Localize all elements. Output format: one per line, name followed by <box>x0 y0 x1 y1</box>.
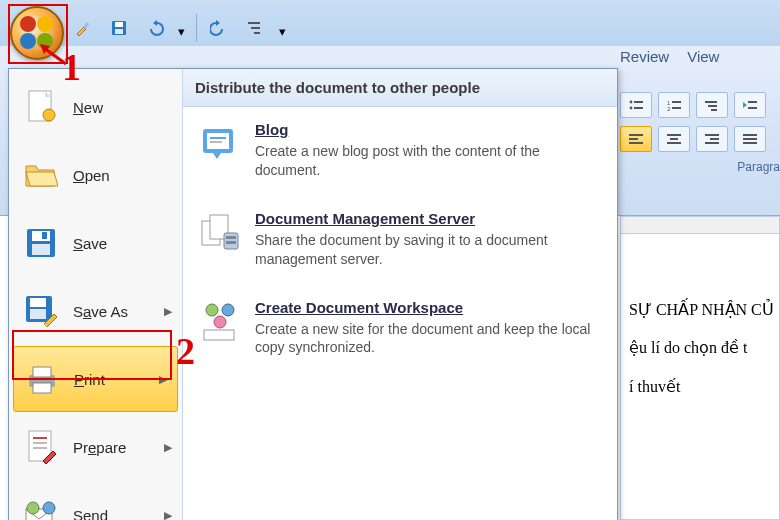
svg-rect-15 <box>629 138 638 140</box>
svg-rect-19 <box>667 142 681 144</box>
svg-rect-66 <box>226 236 236 239</box>
svg-rect-52 <box>33 437 47 439</box>
svg-rect-9 <box>708 105 717 107</box>
qat-save-button[interactable] <box>106 15 132 41</box>
submenu-item-title: Blog <box>255 121 603 138</box>
align-right-button[interactable] <box>696 126 728 152</box>
justify-button[interactable] <box>734 126 766 152</box>
svg-rect-21 <box>710 138 719 140</box>
submenu-item-title: Document Management Server <box>255 210 603 227</box>
svg-rect-54 <box>33 447 47 449</box>
svg-point-38 <box>43 109 55 121</box>
annotation-number-2: 2 <box>176 332 195 370</box>
menu-item-open[interactable]: Open <box>9 141 182 209</box>
svg-rect-5 <box>672 101 681 103</box>
svg-rect-1 <box>634 101 643 103</box>
svg-marker-62 <box>213 153 221 159</box>
svg-rect-53 <box>33 442 47 444</box>
svg-rect-12 <box>748 101 757 103</box>
qat-redo-button[interactable] <box>207 15 233 41</box>
bullets-button[interactable] <box>620 92 652 118</box>
document-line: ệu lí do chọn đề t <box>629 329 771 367</box>
document-line: í thuvết <box>629 368 771 406</box>
submenu-item-blog[interactable]: Blog Create a new blog post with the con… <box>183 107 617 196</box>
annotation-number-1: 1 <box>62 48 81 86</box>
submenu-arrow-icon: ▶ <box>164 509 172 521</box>
menu-item-prepare[interactable]: Prepare ▶ <box>9 413 182 481</box>
svg-marker-31 <box>216 20 220 26</box>
svg-rect-20 <box>705 134 719 136</box>
numbering-button[interactable]: 12 <box>658 92 690 118</box>
menu-item-label: New <box>73 99 103 116</box>
svg-marker-30 <box>153 20 157 26</box>
document-area[interactable]: SỰ CHẤP NHẬN CỦ ệu lí do chọn đề t í thu… <box>620 230 780 520</box>
svg-rect-42 <box>42 232 47 239</box>
menu-item-new[interactable]: New <box>9 73 182 141</box>
qat-style-button[interactable] <box>243 15 269 41</box>
menu-item-save[interactable]: Save <box>9 209 182 277</box>
svg-point-2 <box>630 107 633 110</box>
svg-rect-34 <box>254 32 260 34</box>
svg-point-0 <box>630 101 633 104</box>
multilevel-button[interactable] <box>696 92 728 118</box>
qat-undo-button[interactable] <box>142 15 168 41</box>
submenu-item-desc: Create a new site for the document and k… <box>255 320 603 358</box>
new-document-icon <box>23 89 59 125</box>
svg-rect-8 <box>705 101 717 103</box>
decrease-indent-button[interactable] <box>734 92 766 118</box>
svg-rect-14 <box>629 134 643 136</box>
tab-review[interactable]: Review <box>620 48 669 65</box>
submenu-item-workspace[interactable]: Create Document Workspace Create a new s… <box>183 285 617 374</box>
svg-marker-11 <box>743 102 747 108</box>
svg-rect-24 <box>743 138 757 140</box>
svg-rect-25 <box>743 142 757 144</box>
save-disk-icon <box>23 225 59 261</box>
tab-view[interactable]: View <box>687 48 719 65</box>
open-folder-icon <box>23 157 59 193</box>
svg-rect-67 <box>226 241 236 244</box>
svg-rect-44 <box>30 298 46 307</box>
svg-rect-7 <box>672 107 681 109</box>
svg-rect-40 <box>32 231 50 241</box>
align-center-button[interactable] <box>658 126 690 152</box>
undo-dropdown-icon[interactable]: ▾ <box>178 24 186 32</box>
svg-point-68 <box>206 304 218 316</box>
qat-separator <box>196 14 197 42</box>
svg-rect-29 <box>115 29 123 34</box>
svg-rect-60 <box>210 137 226 139</box>
menu-item-label: Open <box>73 167 110 184</box>
svg-point-69 <box>222 304 234 316</box>
menu-item-send[interactable]: Send ▶ <box>9 481 182 520</box>
svg-rect-32 <box>248 22 260 24</box>
svg-point-56 <box>27 502 39 514</box>
svg-rect-13 <box>748 107 757 109</box>
svg-text:2: 2 <box>667 106 671 111</box>
menu-item-label: Save As <box>73 303 128 320</box>
svg-rect-61 <box>210 141 222 143</box>
svg-point-57 <box>43 502 55 514</box>
svg-rect-22 <box>705 142 719 144</box>
svg-rect-49 <box>33 383 51 393</box>
document-line: SỰ CHẤP NHẬN CỦ <box>629 291 771 329</box>
paragraph-group-label: Paragra <box>620 160 780 174</box>
align-left-button[interactable] <box>620 126 652 152</box>
menu-item-label: Save <box>73 235 107 252</box>
svg-rect-10 <box>711 109 717 111</box>
svg-rect-17 <box>667 134 681 136</box>
blog-icon <box>197 121 241 165</box>
svg-rect-28 <box>115 22 123 27</box>
server-icon <box>197 210 241 254</box>
ribbon-paragraph-group: 12 Paragra <box>620 92 780 174</box>
send-icon <box>23 497 59 520</box>
svg-rect-23 <box>743 134 757 136</box>
submenu-item-dms[interactable]: Document Management Server Share the doc… <box>183 196 617 285</box>
qat-brush-button[interactable] <box>70 15 96 41</box>
submenu-item-title: Create Document Workspace <box>255 299 603 316</box>
annotation-box-print <box>12 330 172 380</box>
horizontal-ruler[interactable] <box>620 216 780 234</box>
svg-rect-3 <box>634 107 643 109</box>
ribbon-tabs: Review View <box>620 48 719 65</box>
qat-customize-dropdown[interactable]: ▾ <box>279 24 287 32</box>
save-as-icon <box>23 293 59 329</box>
office-submenu-panel: Distribute the document to other people … <box>183 69 617 520</box>
